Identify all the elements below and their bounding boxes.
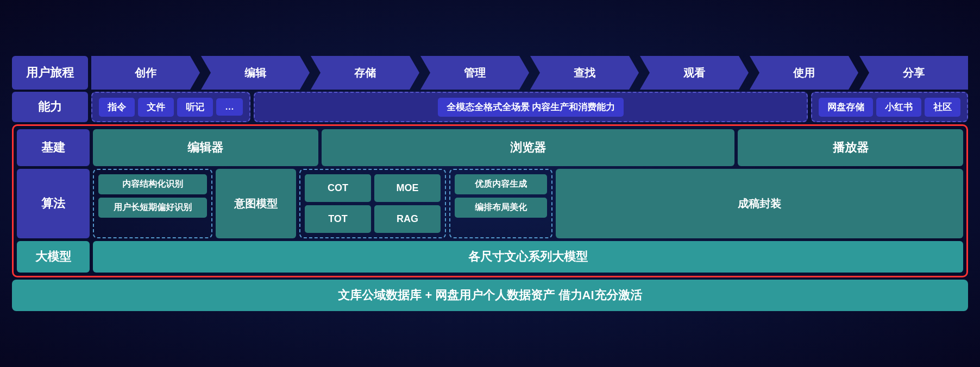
cap-group-main: 全模态全格式全场景 内容生产和消费能力 [254,92,808,122]
algo-quality-gen: 优质内容生成 [455,174,547,194]
base-label: 基建 [17,129,90,166]
red-section: 基建 编辑器 浏览器 播放器 算法 内容结构化识别 用户长短期偏好识别 意图模型 [12,124,968,277]
arrow-share: 分享 [859,56,968,90]
cap-tag-community: 社区 [925,98,960,117]
algo-finish: 成稿封装 [556,169,963,238]
base-editor: 编辑器 [93,129,318,166]
cap-tag-main: 全模态全格式全场景 内容生产和消费能力 [438,98,624,117]
capability-content: 指令 文件 听记 … 全模态全格式全场景 内容生产和消费能力 网盘存储 小红书 … [91,92,968,122]
arrow-search: 查找 [530,56,639,90]
cap-tag-more: … [216,98,243,116]
algo-cot: COT [305,174,371,202]
base-player: 播放器 [738,129,963,166]
arrow-edit: 编辑 [201,56,310,90]
algo-user-preference: 用户长短期偏好识别 [98,198,207,218]
algo-moe: MOE [374,174,441,202]
model-content: 各尺寸文心系列大模型 [93,241,963,273]
algorithm-content: 内容结构化识别 用户长短期偏好识别 意图模型 COT MOE TOT RAG 优… [93,169,963,238]
journey-arrows: 创作 编辑 存储 管理 查找 观看 使用 分享 [91,56,968,90]
arrow-use: 使用 [750,56,858,90]
journey-row: 用户旅程 创作 编辑 存储 管理 查找 观看 使用 分享 [12,56,968,90]
journey-label: 用户旅程 [12,56,88,90]
algorithm-row: 算法 内容结构化识别 用户长短期偏好识别 意图模型 COT MOE TOT RA… [17,169,963,238]
cap-group-tools: 指令 文件 听记 … [91,92,250,122]
arrow-watch: 观看 [640,56,749,90]
model-label: 大模型 [17,241,90,273]
algo-group-generation: 优质内容生成 编排布局美化 [449,169,552,238]
arrow-manage: 管理 [420,56,529,90]
algo-layout: 编排布局美化 [455,198,547,218]
cap-tag-cmd: 指令 [99,98,135,117]
model-row: 大模型 各尺寸文心系列大模型 [17,241,963,273]
base-browser: 浏览器 [322,129,734,166]
cap-tag-netdisk: 网盘存储 [819,98,873,117]
algo-content-recognition: 内容结构化识别 [98,174,207,194]
cap-group-services: 网盘存储 小红书 社区 [811,92,968,122]
base-content: 编辑器 浏览器 播放器 [93,129,963,166]
arrow-store: 存储 [311,56,419,90]
cap-tag-note: 听记 [177,98,213,117]
cap-tag-file: 文件 [138,98,174,117]
bottom-bar: 文库公域数据库 + 网盘用户个人数据资产 借力AI充分激活 [12,280,968,311]
algorithm-label: 算法 [17,169,90,238]
capability-label: 能力 [12,92,88,122]
arrow-create: 创作 [91,56,200,90]
algo-tot: TOT [305,205,371,233]
cap-tag-xiaohongshu: 小红书 [876,98,921,117]
base-row: 基建 编辑器 浏览器 播放器 [17,129,963,166]
main-container: 用户旅程 创作 编辑 存储 管理 查找 观看 使用 分享 能力 指令 文件 听记… [12,56,968,311]
algo-rag: RAG [374,205,441,233]
algo-group-cot-rag: COT MOE TOT RAG [299,169,446,238]
algo-group-recognition: 内容结构化识别 用户长短期偏好识别 [93,169,212,238]
algo-intent-model: 意图模型 [216,169,296,238]
capability-row: 能力 指令 文件 听记 … 全模态全格式全场景 内容生产和消费能力 网盘存储 小… [12,92,968,122]
